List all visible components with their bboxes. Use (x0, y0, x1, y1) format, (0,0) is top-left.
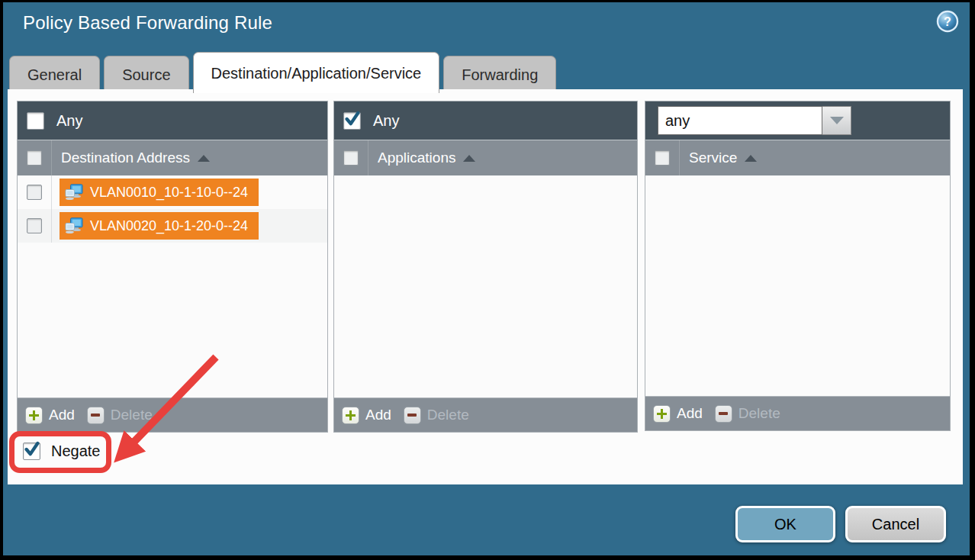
service-dropdown-value[interactable]: any (658, 106, 822, 135)
destination-delete-button[interactable]: Delete (87, 407, 153, 424)
tab-source[interactable]: Source (104, 56, 188, 93)
sort-asc-icon (745, 155, 757, 162)
service-add-button[interactable]: Add (653, 405, 703, 423)
service-footer: Add Delete (645, 396, 950, 430)
service-panel: any Service Add (645, 101, 951, 431)
destination-list: VLAN0010_10-1-10-0--24 (18, 175, 327, 397)
destination-footer: Add Delete (18, 397, 327, 432)
add-label: Add (49, 407, 75, 423)
row-2-checkbox[interactable] (27, 218, 42, 233)
address-object-label: VLAN0020_10-1-20-0--24 (90, 218, 248, 234)
service-select-all-cell (645, 140, 680, 175)
service-select-all-checkbox[interactable] (655, 150, 670, 166)
address-object-label: VLAN0010_10-1-10-0--24 (90, 185, 248, 201)
delete-icon (87, 407, 105, 424)
delete-label: Delete (111, 407, 153, 423)
service-dropdown-button[interactable] (822, 106, 851, 135)
destination-address-panel: Any Destination Address (17, 101, 328, 433)
destination-row-2[interactable]: VLAN0020_10-1-20-0--24 (18, 209, 327, 243)
network-icon (65, 184, 84, 201)
service-dropdown[interactable]: any (658, 106, 851, 135)
row-1-checkbox[interactable] (27, 185, 42, 200)
row-checkbox-cell (18, 209, 52, 243)
service-column-header-row: Service (645, 140, 950, 175)
destination-any-label: Any (56, 112, 82, 130)
applications-any-row: Any (334, 101, 637, 140)
destination-select-all-checkbox[interactable] (27, 150, 42, 166)
add-label: Add (677, 405, 703, 422)
destination-column-header-row: Destination Address (18, 140, 327, 175)
applications-column-header-row: Applications (334, 140, 637, 175)
dialog-title: Policy Based Forwarding Rule (23, 12, 272, 34)
negate-checkbox[interactable] (23, 443, 40, 460)
tab-content: Any Destination Address (8, 89, 963, 484)
ok-button[interactable]: OK (735, 506, 835, 542)
delete-label: Delete (738, 405, 780, 422)
service-list (645, 175, 950, 396)
sort-asc-icon (463, 155, 475, 162)
add-icon (25, 407, 43, 424)
negate-label: Negate (51, 443, 101, 460)
tab-forwarding[interactable]: Forwarding (443, 56, 556, 93)
service-header-label[interactable]: Service (689, 150, 737, 166)
applications-footer: Add Delete (334, 397, 637, 432)
check-mark-icon (344, 111, 361, 127)
applications-add-button[interactable]: Add (342, 407, 391, 424)
applications-any-checkbox[interactable] (343, 112, 361, 130)
destination-select-all-cell (18, 140, 52, 175)
tab-destination-application-service[interactable]: Destination/Application/Service (193, 52, 440, 93)
address-object-chip[interactable]: VLAN0010_10-1-10-0--24 (60, 179, 259, 206)
network-icon (65, 217, 84, 234)
address-object-chip[interactable]: VLAN0020_10-1-20-0--24 (60, 212, 259, 240)
service-dropdown-row: any (645, 101, 950, 140)
pbf-rule-dialog: Policy Based Forwarding Rule ? General S… (0, 0, 975, 560)
applications-list (334, 175, 637, 397)
destination-any-row: Any (18, 101, 327, 140)
applications-header-label[interactable]: Applications (378, 150, 455, 166)
service-delete-button[interactable]: Delete (715, 405, 780, 423)
negate-control: Negate (23, 443, 101, 460)
tab-bar: General Source Destination/Application/S… (9, 52, 556, 93)
cancel-button[interactable]: Cancel (845, 506, 946, 542)
destination-header-label[interactable]: Destination Address (61, 150, 190, 166)
add-label: Add (365, 407, 391, 423)
applications-any-label: Any (373, 112, 399, 130)
applications-delete-button[interactable]: Delete (404, 407, 469, 424)
sort-asc-icon (198, 155, 210, 162)
destination-any-checkbox[interactable] (27, 112, 44, 130)
row-checkbox-cell (18, 175, 52, 209)
applications-select-all-cell (334, 140, 368, 175)
delete-icon (715, 405, 732, 423)
check-mark-icon (24, 441, 40, 458)
add-icon (342, 407, 359, 424)
add-icon (653, 405, 671, 423)
applications-panel: Any Applications Add (333, 101, 638, 433)
destination-row-1[interactable]: VLAN0010_10-1-10-0--24 (18, 175, 327, 209)
help-icon[interactable]: ? (936, 10, 959, 33)
question-glyph: ? (944, 15, 951, 28)
chevron-down-icon (830, 117, 844, 124)
destination-add-button[interactable]: Add (25, 407, 75, 424)
tab-general[interactable]: General (9, 56, 100, 93)
delete-icon (404, 407, 421, 424)
delete-label: Delete (427, 407, 469, 423)
applications-select-all-checkbox[interactable] (343, 150, 359, 166)
